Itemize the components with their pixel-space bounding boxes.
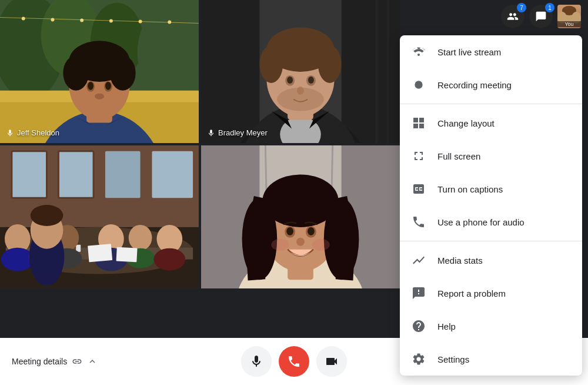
stats-icon	[412, 253, 426, 267]
menu-divider-2	[400, 241, 582, 241]
svg-point-38	[259, 45, 283, 83]
menu-item-start-live-stream[interactable]: Start live stream	[400, 35, 582, 68]
svg-rect-76	[116, 247, 138, 263]
menu-item-settings[interactable]: Settings	[400, 343, 582, 376]
video-cell-woman	[201, 145, 400, 288]
svg-rect-75	[88, 244, 112, 262]
menu-label-full-screen: Full screen	[437, 151, 480, 161]
link-icon	[72, 356, 82, 367]
layout-icon	[412, 116, 426, 130]
svg-point-24	[105, 82, 111, 90]
menu-label-report: Report a problem	[437, 288, 506, 298]
mic-icon-jeff	[6, 129, 14, 137]
chat-button[interactable]: 1	[529, 5, 553, 28]
svg-point-96	[312, 239, 330, 251]
settings-icon	[412, 352, 426, 366]
mic-icon-bradley	[207, 129, 215, 137]
record-icon	[412, 78, 426, 92]
captions-menu-icon	[412, 182, 426, 196]
menu-item-captions[interactable]: Turn on captions	[400, 172, 582, 205]
svg-point-39	[318, 45, 342, 83]
svg-point-74	[153, 248, 185, 271]
svg-point-93	[308, 227, 315, 235]
svg-rect-49	[58, 151, 93, 198]
svg-point-61	[1, 248, 34, 271]
svg-point-42	[287, 77, 293, 84]
svg-point-92	[286, 227, 293, 235]
svg-point-68	[31, 205, 64, 226]
menu-label-media-stats: Media stats	[437, 255, 483, 265]
menu-label-phone-audio: Use a phone for audio	[437, 217, 524, 227]
participant-name-bradley: Bradley Meyer	[207, 128, 268, 137]
dropdown-menu: Start live stream Recording meeting Chan…	[400, 35, 582, 376]
menu-item-phone-audio[interactable]: Use a phone for audio	[400, 205, 582, 238]
svg-point-95	[271, 239, 289, 251]
menu-item-help[interactable]: Help	[400, 310, 582, 343]
participants-badge: 7	[517, 3, 526, 12]
svg-point-23	[88, 82, 93, 90]
menu-divider-1	[400, 104, 582, 104]
phone-audio-icon	[412, 215, 426, 229]
menu-item-change-layout[interactable]: Change layout	[400, 107, 582, 140]
end-call-button[interactable]	[279, 346, 309, 377]
svg-rect-51	[152, 151, 193, 198]
svg-point-43	[308, 77, 314, 84]
meeting-details[interactable]: Meeting details	[12, 356, 98, 367]
participants-button[interactable]: 7	[501, 5, 524, 28]
video-cell-conference	[0, 145, 199, 288]
menu-item-full-screen[interactable]: Full screen	[400, 140, 582, 172]
menu-item-report[interactable]: Report a problem	[400, 277, 582, 310]
menu-label-help: Help	[437, 321, 456, 331]
svg-point-45	[277, 88, 324, 111]
participant-name-jeff: Jeff Sheldon	[6, 128, 59, 137]
menu-label-change-layout: Change layout	[437, 118, 495, 128]
mic-button[interactable]	[241, 346, 272, 377]
menu-item-media-stats[interactable]: Media stats	[400, 244, 582, 277]
menu-item-recording[interactable]: Recording meeting	[400, 68, 582, 101]
controls-center	[241, 346, 347, 377]
meeting-details-label: Meeting details	[12, 357, 67, 366]
svg-point-101	[415, 81, 422, 88]
svg-point-94	[296, 238, 305, 246]
menu-label-captions: Turn on captions	[437, 184, 503, 194]
svg-rect-48	[12, 151, 47, 198]
svg-point-20	[110, 55, 136, 91]
top-bar: 7 1	[0, 0, 588, 33]
svg-point-100	[572, 12, 581, 24]
report-icon	[412, 286, 426, 300]
svg-rect-50	[105, 151, 141, 198]
help-icon	[412, 319, 426, 333]
chat-badge: 1	[545, 3, 554, 12]
svg-point-99	[557, 12, 567, 24]
chevron-up-icon	[87, 356, 98, 367]
svg-point-25	[95, 94, 104, 99]
self-view-thumbnail	[557, 5, 581, 28]
fullscreen-icon	[412, 149, 426, 163]
video-grid: Jeff Sheldon	[0, 0, 400, 288]
live-stream-icon	[412, 45, 426, 59]
svg-point-19	[63, 55, 89, 91]
menu-label-recording: Recording meeting	[437, 80, 512, 90]
menu-label-start-live-stream: Start live stream	[437, 47, 501, 57]
menu-label-settings: Settings	[437, 354, 469, 364]
svg-point-71	[129, 225, 152, 251]
camera-button[interactable]	[316, 346, 347, 377]
